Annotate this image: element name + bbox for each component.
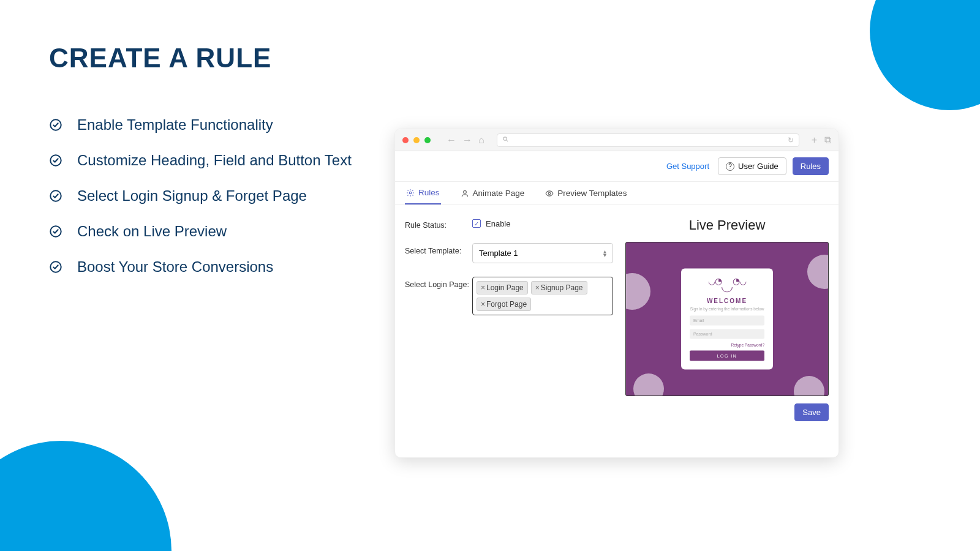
content-area: Rule Status: ✓ Enable Select Template: T… <box>395 205 839 403</box>
select-value: Template 1 <box>479 249 518 258</box>
login-button[interactable]: LOG IN <box>690 351 764 361</box>
live-preview-title: Live Preview <box>625 217 829 233</box>
feature-item: Boost Your Store Conversions <box>49 258 380 276</box>
password-field[interactable]: Password <box>690 329 764 339</box>
preview-login-card: ◡◔ ◔◡ WELCOME Sign in by entering the in… <box>681 269 773 370</box>
eye-icon <box>545 189 554 198</box>
tag-forgot-page[interactable]: ×Forgot Page <box>477 298 531 311</box>
user-icon <box>461 189 469 198</box>
tag-label: Forgot Page <box>486 300 527 309</box>
email-field[interactable]: Email <box>690 316 764 326</box>
check-circle-icon <box>49 154 62 167</box>
browser-chrome: ← → ⌂ ↻ + ⧉ <box>395 129 839 151</box>
welcome-heading: WELCOME <box>690 298 764 304</box>
feature-item: Select Login Signup & Forget Page <box>49 187 380 204</box>
decorative-shape <box>794 376 824 396</box>
tab-label: Preview Templates <box>557 189 627 198</box>
chevron-updown-icon: ▴▾ <box>603 250 606 257</box>
preview-column: Live Preview ◡◔ ◔◡ WELCOME Sign in by en… <box>625 217 829 396</box>
feature-text: Enable Template Functionality <box>77 116 273 133</box>
get-support-link[interactable]: Get Support <box>666 162 709 171</box>
user-guide-button[interactable]: ? User Guide <box>718 157 786 175</box>
tab-rules[interactable]: Rules <box>405 182 441 204</box>
feature-item: Customize Heading, Field and Button Text <box>49 152 380 169</box>
select-login-page-label: Select Login Page: <box>405 277 472 315</box>
check-circle-icon <box>49 260 62 274</box>
decorative-shape <box>625 273 650 310</box>
app-window: ← → ⌂ ↻ + ⧉ Get Support ? User Guide Rul… <box>394 129 839 458</box>
reload-icon[interactable]: ↻ <box>788 136 794 144</box>
decorative-corner-bottom <box>0 441 172 551</box>
smile-icon <box>722 287 733 293</box>
svg-point-6 <box>409 192 412 194</box>
feature-text: Customize Heading, Field and Button Text <box>77 152 352 169</box>
browser-actions: + ⧉ <box>812 135 831 146</box>
app-header: Get Support ? User Guide Rules <box>395 151 839 182</box>
tab-label: Rules <box>418 188 440 197</box>
address-bar[interactable]: ↻ <box>497 133 799 147</box>
feature-text: Select Login Signup & Forget Page <box>77 187 307 204</box>
feature-text: Boost Your Store Conversions <box>77 258 273 276</box>
tag-label: Signup Page <box>541 283 583 292</box>
enable-checkbox[interactable]: ✓ Enable <box>472 217 613 230</box>
close-icon[interactable]: × <box>481 300 485 309</box>
help-icon: ? <box>726 162 734 171</box>
form-row-login-page: Select Login Page: ×Login Page ×Signup P… <box>405 277 613 315</box>
window-minimize-icon[interactable] <box>413 137 420 143</box>
rule-status-label: Rule Status: <box>405 217 472 230</box>
nav-arrows: ← → ⌂ <box>447 135 484 146</box>
svg-point-5 <box>503 137 507 140</box>
close-icon[interactable]: × <box>535 283 540 292</box>
decorative-corner-top <box>870 0 980 110</box>
save-button[interactable]: Save <box>794 403 829 421</box>
new-tab-icon[interactable]: + <box>812 135 817 146</box>
welcome-subtext: Sign in by entering the informations bel… <box>690 307 764 311</box>
live-preview-frame: ◡◔ ◔◡ WELCOME Sign in by entering the in… <box>625 242 829 396</box>
form-row-template: Select Template: Template 1 ▴▾ <box>405 243 613 263</box>
svg-point-7 <box>463 190 466 193</box>
tab-preview-templates[interactable]: Preview Templates <box>544 182 628 204</box>
rules-button[interactable]: Rules <box>793 157 829 175</box>
tag-login-page[interactable]: ×Login Page <box>477 281 528 294</box>
form-row-status: Rule Status: ✓ Enable <box>405 217 613 230</box>
svg-point-8 <box>549 192 551 195</box>
feature-item: Check on Live Preview <box>49 223 380 240</box>
search-icon <box>502 136 509 144</box>
gear-icon <box>406 189 415 197</box>
tabs-icon[interactable]: ⧉ <box>824 135 831 146</box>
user-guide-label: User Guide <box>738 162 778 171</box>
retype-password-link[interactable]: Retype Password? <box>690 343 764 347</box>
home-icon[interactable]: ⌂ <box>478 135 484 146</box>
form-column: Rule Status: ✓ Enable Select Template: T… <box>405 217 613 396</box>
tag-signup-page[interactable]: ×Signup Page <box>531 281 587 294</box>
close-icon[interactable]: × <box>481 283 485 292</box>
tag-label: Login Page <box>486 283 524 292</box>
face-eyes-icon: ◡◔ ◔◡ <box>690 276 764 286</box>
check-circle-icon <box>49 189 62 203</box>
tab-animate-page[interactable]: Animate Page <box>459 182 526 204</box>
login-page-tags-input[interactable]: ×Login Page ×Signup Page ×Forgot Page <box>472 277 613 315</box>
enable-label: Enable <box>486 219 510 228</box>
check-circle-icon <box>49 225 62 238</box>
template-select[interactable]: Template 1 ▴▾ <box>472 243 613 263</box>
window-close-icon[interactable] <box>402 137 409 143</box>
select-template-label: Select Template: <box>405 243 472 263</box>
forward-icon[interactable]: → <box>462 135 472 146</box>
page-title: Create a Rule <box>49 43 380 73</box>
tabs: Rules Animate Page Preview Templates <box>395 182 839 205</box>
left-panel: Create a Rule Enable Template Functional… <box>49 43 380 294</box>
tab-label: Animate Page <box>473 189 525 198</box>
decorative-shape <box>633 373 664 396</box>
window-maximize-icon[interactable] <box>424 137 431 143</box>
check-circle-icon <box>49 118 62 132</box>
feature-text: Check on Live Preview <box>77 223 227 240</box>
decorative-shape <box>807 255 829 289</box>
checkbox-icon: ✓ <box>472 219 481 228</box>
app-footer: Save <box>395 403 839 430</box>
feature-list: Enable Template Functionality Customize … <box>49 116 380 276</box>
back-icon[interactable]: ← <box>447 135 456 146</box>
feature-item: Enable Template Functionality <box>49 116 380 133</box>
